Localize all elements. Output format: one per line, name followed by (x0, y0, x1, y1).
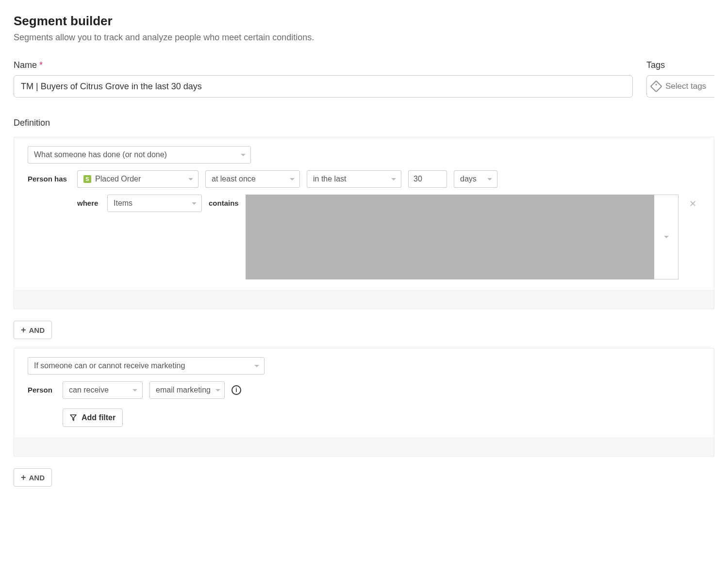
chevron-down-icon (487, 178, 492, 180)
tag-icon (650, 80, 662, 92)
timeframe-select[interactable]: in the last (307, 170, 401, 188)
contains-label: contains (209, 195, 239, 207)
item-preview-thumbnail (246, 195, 654, 279)
chevron-down-icon (215, 389, 220, 392)
top-fields-row: Name * Tags Select tags (14, 60, 714, 98)
tags-field-column: Tags Select tags (646, 60, 714, 98)
event-label: Placed Order (95, 175, 141, 183)
card-footer (14, 290, 714, 309)
item-value-select[interactable] (246, 195, 678, 279)
condition-type-select-2[interactable]: If someone can or cannot receive marketi… (28, 357, 265, 375)
timeframe-number-input[interactable] (408, 170, 447, 188)
condition-card-2: If someone can or cannot receive marketi… (14, 348, 714, 457)
name-field-column: Name * (14, 60, 633, 98)
remove-filter-button[interactable]: ✕ (685, 195, 700, 213)
timeframe-unit-select[interactable]: days (454, 170, 497, 188)
info-icon[interactable]: i (232, 385, 241, 395)
where-label: where (77, 195, 100, 207)
marketing-channel-select[interactable]: email marketing (149, 381, 225, 399)
add-filter-button[interactable]: Add filter (63, 409, 123, 427)
condition1-row1: Person has S Placed Order at least once … (28, 170, 700, 188)
condition2-row1: Person can receive email marketing i (28, 381, 700, 399)
tags-label: Tags (646, 60, 714, 70)
property-select[interactable]: Items (107, 195, 202, 212)
condition-type-select-1[interactable]: What someone has done (or not done) (28, 146, 251, 164)
chevron-down-icon (290, 178, 295, 180)
frequency-select[interactable]: at least once (205, 170, 300, 188)
chevron-down-icon (254, 365, 259, 367)
can-receive-select[interactable]: can receive (63, 381, 143, 399)
add-filter-label: Add filter (82, 413, 116, 422)
timeframe-label: in the last (313, 175, 346, 183)
page-subtitle: Segments allow you to track and analyze … (14, 33, 714, 43)
definition-label: Definition (14, 118, 714, 128)
tags-select[interactable]: Select tags (646, 75, 714, 98)
name-label-text: Name (14, 60, 37, 70)
page-title: Segment builder (14, 14, 714, 29)
condition-card-1: What someone has done (or not done) Pers… (14, 137, 714, 309)
event-select[interactable]: S Placed Order (77, 170, 199, 188)
name-label: Name * (14, 60, 633, 70)
card-footer-2 (14, 438, 714, 456)
frequency-label: at least once (212, 175, 256, 183)
segment-name-input[interactable] (14, 75, 633, 98)
chevron-down-icon (391, 178, 396, 180)
required-asterisk: * (39, 60, 43, 70)
funnel-icon (70, 414, 77, 421)
chevron-down-icon (132, 389, 137, 392)
property-label: Items (114, 199, 132, 208)
plus-icon: + (21, 325, 26, 335)
chevron-down-icon (188, 178, 193, 180)
shopify-icon: S (83, 175, 91, 183)
and-label: AND (29, 326, 45, 334)
condition-type-label: What someone has done (or not done) (34, 150, 167, 159)
page-header: Segment builder Segments allow you to tr… (14, 14, 714, 43)
person-label: Person (28, 381, 56, 394)
chevron-down-icon (664, 236, 669, 238)
and-connector-1: + AND (14, 321, 714, 339)
condition-type-label-2: If someone can or cannot receive marketi… (34, 361, 185, 370)
chevron-down-icon (192, 202, 197, 205)
channel-label: email marketing (156, 386, 211, 394)
unit-label: days (460, 175, 477, 183)
can-receive-label: can receive (69, 386, 109, 394)
person-has-label: Person has (28, 170, 70, 183)
tags-placeholder: Select tags (665, 82, 706, 91)
and-button-1[interactable]: + AND (14, 321, 52, 339)
plus-icon: + (21, 473, 26, 483)
and-label-bottom: AND (29, 474, 45, 482)
chevron-down-icon (241, 154, 246, 156)
item-select-caret[interactable] (654, 195, 678, 279)
add-and-condition-button[interactable]: + AND (14, 468, 52, 487)
condition1-row2: where Items contains ✕ (28, 195, 700, 279)
